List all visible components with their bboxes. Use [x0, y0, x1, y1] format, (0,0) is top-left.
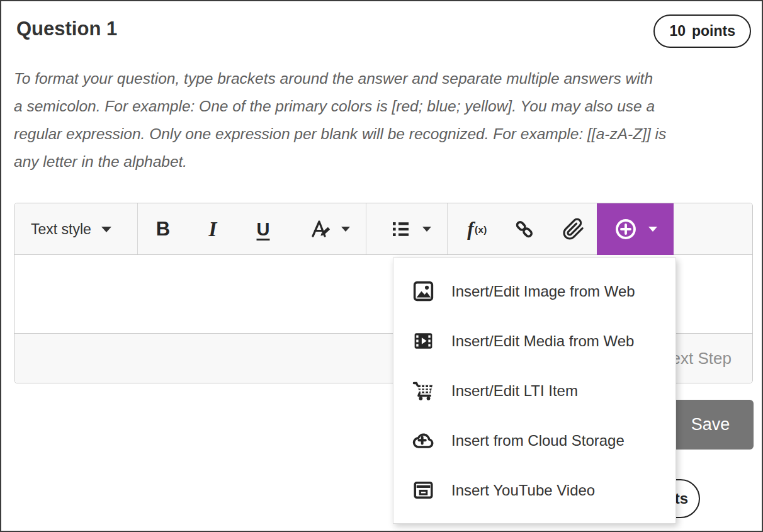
chevron-down-icon	[101, 227, 111, 232]
chevron-down-icon	[422, 227, 431, 232]
menu-item-label: Insert YouTube Video	[451, 482, 595, 499]
menu-item-insert-cloud[interactable]: Insert from Cloud Storage	[393, 416, 675, 465]
chevron-down-icon	[648, 227, 657, 232]
question-instructions: To format your question, type brackets a…	[14, 65, 754, 176]
italic-icon: I	[209, 218, 217, 241]
menu-item-insert-lti[interactable]: Insert/Edit LTI Item	[393, 366, 675, 416]
points-value: 10	[669, 23, 686, 40]
instructions-line: To format your question, type brackets a…	[14, 65, 754, 93]
text-style-label: Text style	[31, 221, 91, 238]
toolbar-divider	[137, 203, 138, 254]
menu-item-insert-youtube[interactable]: Insert YouTube Video	[393, 465, 675, 515]
instructions-line: any letter in the alphabet.	[14, 148, 754, 176]
math-formula-button[interactable]: f(x)	[457, 203, 497, 255]
add-circle-icon	[613, 217, 638, 242]
text-color-icon	[309, 218, 332, 240]
question-editor-page: Question 1 10 points To format your ques…	[0, 0, 763, 532]
bold-button[interactable]: B	[147, 203, 179, 255]
bold-icon: B	[156, 218, 170, 241]
paperclip-icon	[562, 218, 585, 241]
media-icon	[410, 329, 436, 353]
insert-content-menu: Insert/Edit Image from Web Insert/Edit M…	[393, 258, 676, 524]
menu-item-label: Insert from Cloud Storage	[451, 432, 625, 450]
image-icon	[410, 280, 436, 303]
list-dropdown[interactable]	[378, 203, 444, 255]
toolbar-divider	[447, 203, 448, 254]
chevron-down-icon	[341, 227, 350, 232]
points-pill[interactable]: 10 points	[653, 14, 751, 48]
underline-icon: U	[257, 219, 270, 240]
insert-link-button[interactable]	[506, 203, 543, 255]
insert-content-dropdown[interactable]	[597, 203, 674, 255]
bullet-list-icon	[392, 220, 412, 238]
instructions-line: a semicolon. For example: One of the pri…	[14, 93, 754, 120]
page-title: Question 1	[16, 18, 117, 40]
partial-pill-label: ts	[675, 490, 688, 507]
menu-item-label: Insert/Edit Media from Web	[451, 332, 634, 350]
menu-item-label: Insert/Edit Image from Web	[451, 283, 635, 300]
save-button[interactable]: Save	[667, 400, 754, 450]
text-style-dropdown[interactable]: Text style	[31, 203, 111, 255]
cloud-plus-icon	[410, 429, 436, 452]
menu-item-insert-media[interactable]: Insert/Edit Media from Web	[393, 316, 675, 366]
menu-item-insert-image[interactable]: Insert/Edit Image from Web	[393, 266, 675, 316]
attach-file-button[interactable]	[555, 203, 592, 255]
text-color-dropdown[interactable]	[298, 203, 361, 255]
youtube-video-icon	[410, 478, 436, 502]
toolbar-divider	[366, 203, 366, 254]
link-icon	[513, 218, 536, 241]
underline-button[interactable]: U	[247, 203, 280, 255]
cart-icon	[410, 379, 436, 402]
italic-button[interactable]: I	[196, 203, 229, 255]
function-icon: f	[467, 218, 474, 241]
menu-item-label: Insert/Edit LTI Item	[451, 382, 578, 400]
instructions-line: regular expression. Only one expression …	[14, 120, 754, 148]
editor-toolbar: Text style B I U	[14, 203, 752, 255]
points-label: points	[692, 23, 735, 40]
